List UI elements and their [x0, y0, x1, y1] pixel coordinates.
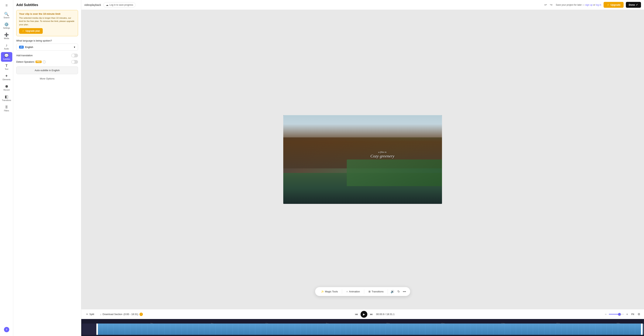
text-icon: T [6, 64, 8, 67]
sidebar-label-text: Text [5, 68, 8, 70]
sidebar-bottom: ? [4, 325, 9, 334]
add-translation-toggle[interactable] [71, 54, 78, 57]
zoom-out-button[interactable]: − [604, 312, 607, 317]
zoom-slider-track [609, 314, 624, 315]
clip-inner-1 [96, 324, 643, 335]
subtitles-panel: Add Subtitles Your clip is over the 10-m… [13, 0, 81, 336]
sidebar-item-settings[interactable]: ⚙️ Settings [1, 21, 12, 30]
play-button[interactable]: ▶ [360, 311, 367, 318]
elements-icon: ✦ [5, 74, 8, 78]
skip-back-button[interactable]: ⏮ [354, 312, 359, 317]
volume-button[interactable]: 🔊 [390, 289, 396, 295]
sidebar-label-settings: Settings [3, 27, 10, 29]
zoom-in-button[interactable]: + [626, 312, 629, 317]
language-value: English [25, 46, 33, 48]
detect-speakers-info-icon[interactable]: i [43, 60, 46, 63]
split-icon: ✂ [86, 313, 88, 316]
video-placeholder: a film in Cozy greenery [283, 115, 442, 204]
project-name: videoplayback [84, 3, 101, 6]
undo-button[interactable]: ↩ [543, 2, 548, 8]
fit-button[interactable]: Fit [630, 312, 635, 316]
magic-tools-label: Magic Tools [325, 290, 338, 293]
sidebar-item-media[interactable]: ➕ Media [1, 31, 12, 41]
detect-speakers-row: Detect Speakers PRO i [16, 60, 78, 64]
split-button[interactable]: ✂ Split [84, 312, 96, 317]
sidebar-label-subtitles: Subtitles [3, 58, 10, 60]
chevron-down-icon: ▾ [74, 46, 75, 48]
redo-button[interactable]: ↪ [549, 2, 554, 8]
zoom-in-icon: + [626, 313, 628, 316]
timeline-settings-button[interactable]: ⚙ [637, 312, 641, 317]
download-icon: ↓ [100, 313, 102, 316]
sidebar-label-record: Record [4, 89, 10, 91]
timeline-handle-right[interactable] [641, 324, 642, 335]
video-frame: a film in Cozy greenery [283, 115, 442, 204]
sidebar-label-elements: Elements [3, 78, 10, 81]
more-options-button[interactable]: ••• [402, 289, 407, 295]
overlay-large-text: Cozy greenery [370, 154, 394, 158]
download-section-button[interactable]: ↓ Download Section (0:00 - 18:31) ! [98, 312, 144, 317]
zoom-slider-fill [609, 314, 620, 315]
sidebar-item-subtitles[interactable]: 💬 Subtitles [1, 52, 12, 62]
download-time-range: (0:00 - 18:31) [124, 313, 138, 316]
upgrade-button[interactable]: ⚡ Upgrade [604, 2, 624, 8]
log-in-link[interactable]: log in [596, 3, 601, 6]
animation-button[interactable]: ○ Animation [344, 289, 363, 295]
sidebar-item-audio[interactable]: ♪ Audio [1, 42, 12, 51]
timeline-handle-left[interactable] [96, 324, 98, 335]
save-progress-label: Log in to save progress [110, 3, 133, 6]
skip-forward-button[interactable]: ⏭ [369, 312, 374, 317]
magic-tools-icon: ✨ [321, 290, 324, 293]
filters-icon: 🎚 [5, 105, 8, 109]
add-translation-label: Add translation [16, 54, 33, 57]
pro-badge: PRO [36, 61, 42, 63]
time-badge: ! [140, 313, 143, 316]
timeline-settings-icon: ⚙ [638, 313, 640, 316]
help-button[interactable]: ? [4, 327, 9, 332]
timeline-track[interactable] [82, 324, 643, 335]
sidebar: ☰ 🔍 Search ⚙️ Settings ➕ Media ♪ Audio 💬… [0, 0, 13, 336]
sign-up-link[interactable]: sign up [585, 3, 592, 6]
sidebar-label-transitions: Transitions [2, 99, 11, 101]
transitions-toolbar-button[interactable]: ⊞ Transitions [366, 289, 386, 295]
sidebar-item-transitions[interactable]: ◧ Transitions [1, 93, 12, 103]
download-section-label: Download Section [102, 313, 122, 316]
sidebar-item-record[interactable]: ⏺ Record [1, 83, 12, 92]
playback-controls: ⏮ ▶ ⏭ [354, 311, 374, 318]
more-options-link[interactable]: More Options [16, 76, 78, 81]
sidebar-item-search[interactable]: 🔍 Search [1, 10, 12, 20]
ellipsis-icon: ••• [403, 290, 406, 293]
sidebar-item-text[interactable]: T Text [1, 62, 12, 72]
upgrade-label: Upgrade [610, 3, 620, 6]
split-label: Split [90, 313, 94, 316]
warning-title: Your clip is over the 10-minute limit [19, 12, 75, 15]
loop-button[interactable]: ↻ [396, 289, 401, 295]
language-select-dropdown[interactable]: US English ▾ [16, 44, 78, 51]
subtitles-icon: 💬 [4, 54, 9, 57]
skip-forward-icon: ⏭ [370, 313, 373, 316]
current-time: 00:00.9 [376, 313, 384, 316]
video-area: a film in Cozy greenery ✨ Magic Tools ○ … [81, 10, 644, 309]
zoom-slider[interactable] [609, 313, 624, 316]
detect-speakers-toggle[interactable] [71, 60, 78, 64]
skip-back-icon: ⏮ [355, 313, 358, 316]
panel-title: Add Subtitles [16, 3, 78, 7]
sidebar-label-filters: Filters [4, 110, 9, 112]
sidebar-item-filters[interactable]: 🎚 Filters [1, 104, 12, 113]
zoom-out-icon: − [605, 313, 606, 316]
auto-subtitle-button[interactable]: Auto-subtitle in English [16, 66, 78, 74]
done-button[interactable]: Done ✓ [626, 2, 641, 8]
save-progress-button[interactable]: ☁ Log in to save progress [103, 2, 136, 7]
hamburger-icon: ☰ [6, 4, 8, 7]
language-select-left: US English [19, 46, 33, 48]
language-flag: US [19, 46, 24, 48]
menu-button[interactable]: ☰ [1, 2, 12, 9]
transitions-icon: ◧ [5, 95, 8, 98]
timeline-area: 2m 4m 6m 8m 10m 12m 14m 16m 18m [81, 319, 644, 336]
add-translation-row: Add translation [16, 54, 78, 57]
topbar: videoplayback ☁ Log in to save progress … [81, 0, 644, 10]
record-icon: ⏺ [5, 84, 8, 88]
upgrade-plan-button[interactable]: ⚡ Upgrade plan [19, 28, 43, 34]
magic-tools-button[interactable]: ✨ Magic Tools [318, 289, 340, 295]
sidebar-item-elements[interactable]: ✦ Elements [1, 72, 12, 82]
